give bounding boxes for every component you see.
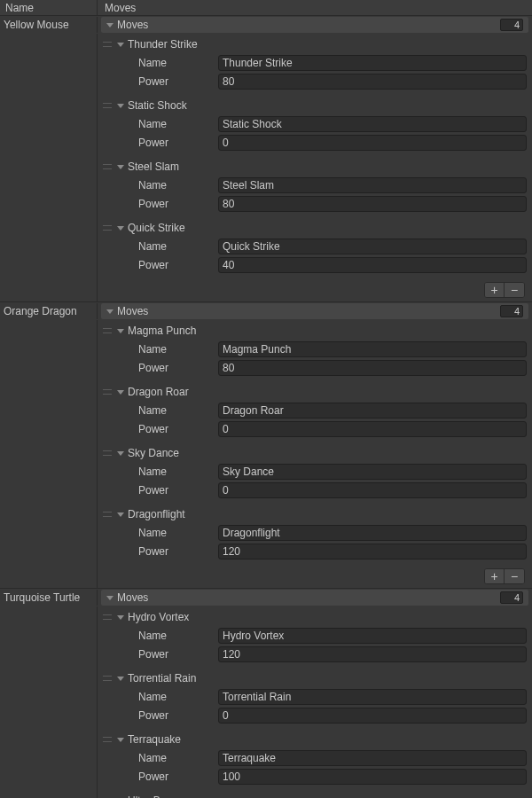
foldout-icon[interactable]	[117, 104, 124, 108]
move-item: Quick StrikeNamePower	[101, 219, 528, 275]
moves-count-field[interactable]	[500, 19, 523, 31]
column-header-moves: Moves	[97, 0, 532, 15]
move-name-field[interactable]	[218, 55, 527, 71]
move-power-field[interactable]	[218, 769, 527, 785]
moves-count-field[interactable]	[500, 305, 523, 317]
foldout-icon[interactable]	[117, 226, 124, 231]
move-title: Sky Dance	[128, 447, 179, 459]
drag-handle-icon[interactable]	[103, 42, 112, 47]
move-name-field[interactable]	[218, 116, 527, 132]
move-name-field[interactable]	[218, 403, 527, 419]
move-title: Hydro Vortex	[128, 611, 189, 623]
array-footer: +−	[101, 567, 528, 588]
foldout-icon[interactable]	[106, 23, 113, 27]
moves-array-header[interactable]: Moves	[101, 17, 528, 33]
move-title: Dragonflight	[128, 508, 185, 520]
move-power-field[interactable]	[218, 708, 527, 724]
move-item: Thunder StrikeNamePower	[101, 35, 528, 91]
move-item: Static ShockNamePower	[101, 97, 528, 153]
prop-label-name: Name	[101, 57, 218, 69]
move-power-field[interactable]	[218, 257, 527, 273]
move-name-field[interactable]	[218, 628, 527, 644]
move-name-field[interactable]	[218, 750, 527, 766]
move-title: Dragon Roar	[128, 386, 189, 398]
move-name-field[interactable]	[218, 177, 527, 193]
foldout-icon[interactable]	[106, 309, 113, 314]
prop-label-name: Name	[101, 404, 218, 417]
foldout-icon[interactable]	[117, 512, 124, 517]
foldout-icon[interactable]	[117, 451, 124, 456]
drag-handle-icon[interactable]	[103, 737, 112, 742]
move-power-field[interactable]	[218, 544, 527, 559]
add-element-button[interactable]: +	[485, 283, 505, 297]
prop-label-name: Name	[101, 240, 218, 253]
move-item: Magma PunchNamePower	[101, 322, 528, 378]
moves-label: Moves	[117, 305, 148, 317]
column-header-row: Name Moves	[0, 0, 532, 16]
move-power-field[interactable]	[218, 482, 527, 498]
drag-handle-icon[interactable]	[103, 614, 112, 620]
drag-handle-icon[interactable]	[103, 328, 112, 333]
move-title: Terraquake	[128, 733, 181, 746]
prop-label-power: Power	[101, 545, 218, 558]
move-item: Sky DanceNamePower	[101, 444, 528, 500]
move-title: Static Shock	[128, 99, 187, 112]
foldout-icon[interactable]	[117, 43, 124, 47]
creature-name: Yellow Mouse	[0, 19, 97, 31]
foldout-icon[interactable]	[117, 677, 124, 681]
foldout-icon[interactable]	[117, 329, 124, 333]
move-power-field[interactable]	[218, 135, 527, 151]
creature-name: Orange Dragon	[0, 305, 97, 317]
move-title: Torrential Rain	[128, 672, 196, 685]
prop-label-power: Power	[101, 362, 218, 374]
moves-array-header[interactable]: Moves	[101, 590, 528, 606]
move-power-field[interactable]	[218, 646, 527, 662]
column-header-name: Name	[0, 2, 97, 14]
drag-handle-icon[interactable]	[103, 450, 112, 456]
move-item: TerraquakeNamePower	[101, 731, 528, 786]
prop-label-power: Power	[101, 771, 218, 783]
drag-handle-icon[interactable]	[103, 225, 112, 231]
prop-label-power: Power	[101, 137, 218, 149]
creature-block: Orange DragonMovesMagma PunchNamePowerDr…	[0, 302, 532, 589]
drag-handle-icon[interactable]	[103, 512, 112, 517]
foldout-icon[interactable]	[117, 615, 124, 620]
prop-label-name: Name	[101, 527, 218, 539]
move-power-field[interactable]	[218, 196, 527, 212]
move-name-field[interactable]	[218, 464, 527, 480]
move-power-field[interactable]	[218, 421, 527, 437]
move-power-field[interactable]	[218, 360, 527, 376]
move-name-field[interactable]	[218, 689, 527, 705]
foldout-icon[interactable]	[117, 390, 124, 395]
foldout-icon[interactable]	[117, 165, 124, 169]
prop-label-name: Name	[101, 179, 218, 192]
creature-block: Turquoise TurtleMovesHydro VortexNamePow…	[0, 589, 532, 798]
move-item: Steel SlamNamePower	[101, 158, 528, 214]
move-item: DragonflightNamePower	[101, 505, 528, 561]
foldout-icon[interactable]	[106, 596, 113, 600]
move-name-field[interactable]	[218, 525, 527, 541]
drag-handle-icon[interactable]	[103, 103, 112, 108]
add-element-button[interactable]: +	[485, 569, 505, 583]
prop-label-power: Power	[101, 75, 218, 88]
creature-block: Yellow MouseMovesThunder StrikeNamePower…	[0, 16, 532, 302]
foldout-icon[interactable]	[117, 738, 124, 742]
move-title: Quick Strike	[128, 222, 185, 234]
move-power-field[interactable]	[218, 74, 527, 90]
prop-label-name: Name	[101, 691, 218, 703]
drag-handle-icon[interactable]	[103, 389, 112, 395]
move-name-field[interactable]	[218, 239, 527, 254]
prop-label-power: Power	[101, 709, 218, 722]
remove-element-button[interactable]: −	[505, 283, 524, 297]
move-item: Dragon RoarNamePower	[101, 383, 528, 439]
array-footer: +−	[101, 280, 528, 301]
moves-array-header[interactable]: Moves	[101, 303, 528, 319]
prop-label-power: Power	[101, 648, 218, 661]
move-name-field[interactable]	[218, 341, 527, 357]
drag-handle-icon[interactable]	[103, 164, 112, 169]
prop-label-name: Name	[101, 630, 218, 642]
remove-element-button[interactable]: −	[505, 569, 524, 583]
prop-label-power: Power	[101, 198, 218, 210]
drag-handle-icon[interactable]	[103, 676, 112, 681]
moves-count-field[interactable]	[500, 591, 523, 604]
